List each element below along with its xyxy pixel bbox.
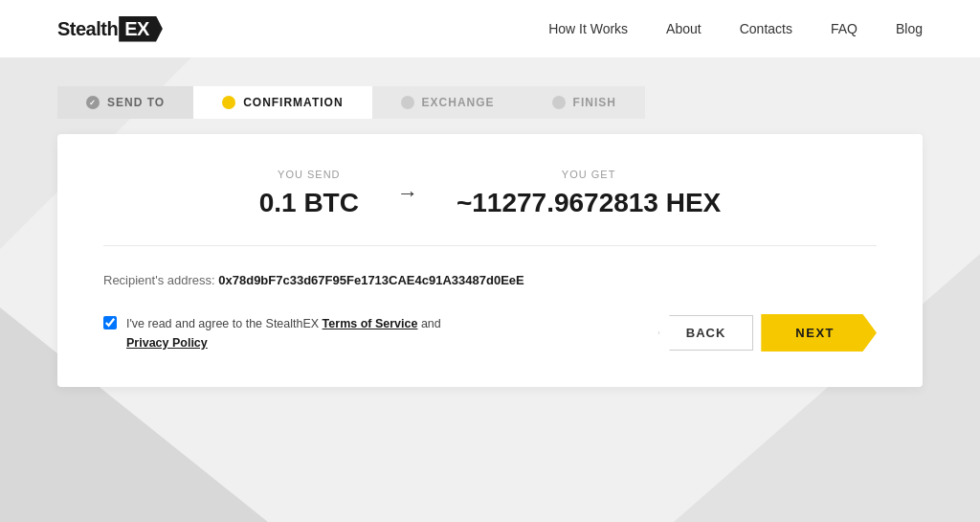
logo-text: Stealth (57, 18, 118, 40)
step-finish: FINISH (523, 86, 645, 119)
agreement-text: I've read and agree to the StealthEX Ter… (126, 314, 441, 352)
nav-how-it-works[interactable]: How It Works (548, 21, 628, 36)
recipient-address: 0x78d9bF7c33d67F95Fe1713CAE4c91A33487d0E… (218, 273, 523, 287)
step-dot-exchange (401, 96, 414, 109)
header: StealthEX How It Works About Contacts FA… (0, 0, 980, 57)
logo-ex: EX (119, 16, 163, 42)
nav-contacts[interactable]: Contacts (740, 21, 792, 36)
nav-about[interactable]: About (666, 21, 702, 36)
nav-blog[interactable]: Blog (896, 21, 923, 36)
main-nav: How It Works About Contacts FAQ Blog (548, 21, 923, 36)
step-exchange: EXCHANGE (372, 86, 523, 119)
step-label-confirmation: CONFIRMATION (243, 96, 343, 109)
you-get-label: YOU GET (457, 169, 721, 180)
terms-of-service-link[interactable]: Terms of Service (323, 317, 418, 330)
back-button[interactable]: BACK (658, 315, 754, 351)
recipient-row: Recipient's address: 0x78d9bF7c33d67F95F… (103, 273, 877, 287)
logo[interactable]: StealthEX (57, 16, 163, 42)
agreement-prefix: I've read and agree to the StealthEX (126, 317, 323, 330)
stepper: SEND TO CONFIRMATION EXCHANGE FINISH (57, 86, 923, 119)
exchange-summary: YOU SEND 0.1 BTC → YOU GET ~11277.967281… (103, 169, 877, 246)
step-confirmation: CONFIRMATION (193, 86, 371, 119)
agreement-middle: and (417, 317, 440, 330)
step-dot-send-to (86, 96, 100, 109)
step-send-to: SEND TO (57, 86, 193, 119)
send-side: YOU SEND 0.1 BTC (259, 169, 359, 218)
you-send-label: YOU SEND (259, 169, 359, 180)
you-send-amount: 0.1 BTC (259, 188, 359, 218)
step-label-finish: FINISH (573, 96, 616, 109)
exchange-arrow-icon: → (397, 181, 418, 206)
privacy-policy-link[interactable]: Privacy Policy (126, 336, 208, 350)
you-get-amount: ~11277.9672813 HEX (457, 188, 721, 218)
agreement-row: I've read and agree to the StealthEX Ter… (103, 314, 877, 352)
nav-faq[interactable]: FAQ (831, 21, 858, 36)
terms-checkbox[interactable] (103, 316, 117, 329)
confirmation-card: YOU SEND 0.1 BTC → YOU GET ~11277.967281… (57, 134, 923, 387)
recipient-label: Recipient's address: (103, 273, 215, 287)
step-label-exchange: EXCHANGE (422, 96, 495, 109)
get-side: YOU GET ~11277.9672813 HEX (457, 169, 721, 218)
agreement-left: I've read and agree to the StealthEX Ter… (103, 314, 441, 352)
action-buttons: BACK NEXT (658, 314, 877, 352)
step-label-send-to: SEND TO (107, 96, 165, 109)
step-dot-finish (552, 96, 566, 109)
next-button[interactable]: NEXT (761, 314, 877, 352)
step-dot-confirmation (222, 96, 235, 109)
main-content: SEND TO CONFIRMATION EXCHANGE FINISH YOU… (0, 57, 980, 416)
